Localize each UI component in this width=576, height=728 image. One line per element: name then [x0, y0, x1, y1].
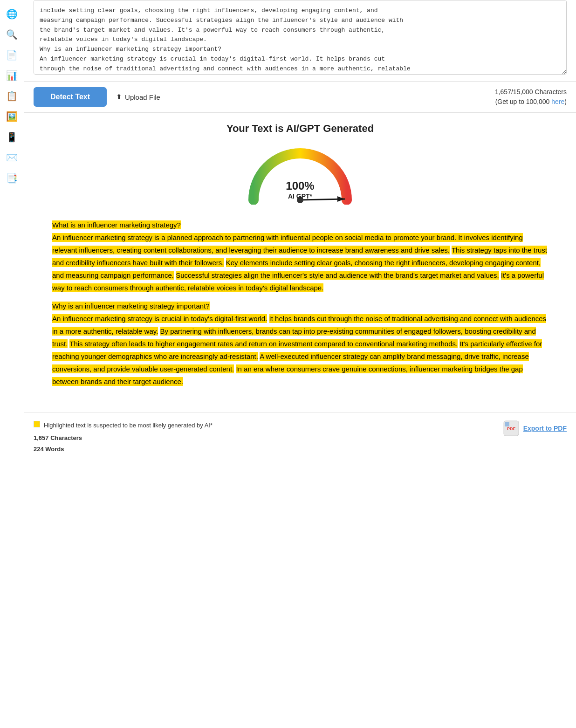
svg-text:PDF: PDF	[507, 426, 516, 431]
grid-icon[interactable]: 📱	[3, 128, 21, 146]
image-icon[interactable]: 🖼️	[3, 107, 21, 126]
para2-heading-text: Why is an influencer marketing strategy …	[52, 302, 210, 310]
export-btn-label: Export to PDF	[523, 425, 567, 432]
legend-text: Highlighted text is suspected to be most…	[44, 420, 213, 431]
char-count-text: 1,657/15,000 Characters	[495, 88, 567, 96]
textarea-section: include setting clear goals, choosing th…	[24, 0, 576, 82]
footer-word-count: 224 Words	[34, 444, 213, 454]
para2-body: An influencer marketing strategy is cruc…	[52, 312, 548, 388]
action-bar: Detect Text ⬆ Upload File 1,657/15,000 C…	[24, 82, 576, 113]
sidebar: 🌐 🔍 📄 📊 📋 🖼️ 📱 ✉️ 📑	[0, 0, 24, 728]
search-icon[interactable]: 🔍	[3, 25, 21, 44]
detect-text-button[interactable]: Detect Text	[34, 87, 107, 107]
legend-color-box	[34, 421, 40, 427]
gauge-container: 100% AI GPT*	[43, 144, 557, 205]
upload-btn-label: Upload File	[125, 93, 160, 101]
result-section: Your Text is AI/GPT Generated	[24, 113, 576, 412]
character-count: 1,657/15,000 Characters (Get up to 100,0…	[495, 87, 567, 107]
highlighted-text-section: What is an influencer marketing strategy…	[43, 219, 557, 403]
para1-heading-text: What is an influencer marketing strategy…	[52, 220, 181, 229]
export-sidebar-icon[interactable]: 📑	[3, 169, 21, 187]
gauge-text: AI GPT*	[286, 192, 314, 200]
para1-heading: What is an influencer marketing strategy…	[52, 219, 548, 231]
main-content: include setting clear goals, choosing th…	[24, 0, 576, 728]
upload-icon: ⬆	[116, 93, 122, 101]
para1-body: An influencer marketing strategy is a pl…	[52, 231, 548, 294]
char-limit-info: (Get up to 100,000 here)	[495, 98, 567, 105]
upload-file-button[interactable]: ⬆ Upload File	[116, 93, 160, 101]
footer-left: Highlighted text is suspected to be most…	[34, 420, 213, 454]
footer-char-count: 1,657 Characters	[34, 433, 213, 443]
gauge-wrapper: 100% AI GPT*	[244, 144, 356, 205]
export-pdf-button[interactable]: PDF Export to PDF	[503, 420, 567, 437]
gauge-label: 100% AI GPT*	[286, 179, 314, 200]
footer: Highlighted text is suspected to be most…	[24, 412, 576, 462]
file-copy-icon[interactable]: 📋	[3, 87, 21, 105]
this-word: This	[452, 246, 465, 254]
footer-legend: Highlighted text is suspected to be most…	[34, 420, 213, 431]
gauge-percent: 100%	[286, 179, 314, 192]
document-icon[interactable]: 📄	[3, 46, 21, 64]
chart-icon[interactable]: 📊	[3, 66, 21, 85]
here-link[interactable]: here	[551, 98, 564, 105]
result-title: Your Text is AI/GPT Generated	[43, 123, 557, 135]
text-input[interactable]: include setting clear goals, choosing th…	[34, 0, 567, 75]
email-icon[interactable]: ✉️	[3, 148, 21, 167]
pdf-icon: PDF	[503, 420, 520, 437]
para2-heading: Why is an influencer marketing strategy …	[52, 300, 548, 312]
globe-icon[interactable]: 🌐	[3, 5, 21, 23]
svg-rect-5	[505, 422, 509, 426]
